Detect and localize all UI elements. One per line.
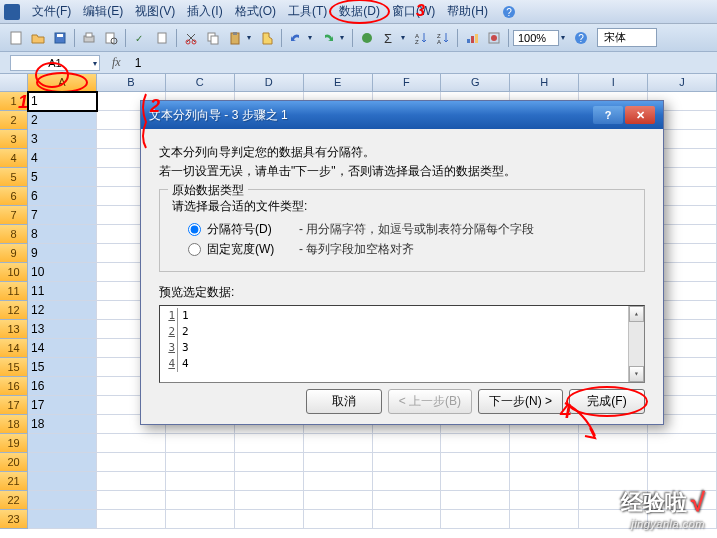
column-header-d[interactable]: D (235, 74, 304, 91)
cell[interactable]: 13 (28, 320, 97, 339)
print-icon[interactable] (79, 28, 99, 48)
cell[interactable] (579, 453, 648, 472)
cell[interactable]: 10 (28, 263, 97, 282)
select-all-corner[interactable] (0, 74, 28, 92)
zoom-input[interactable]: 100% (513, 30, 559, 46)
menu-tools[interactable]: 工具(T) (282, 1, 333, 22)
row-header[interactable]: 8 (0, 225, 28, 244)
cell[interactable]: 11 (28, 282, 97, 301)
column-header-e[interactable]: E (304, 74, 373, 91)
row-header[interactable]: 5 (0, 168, 28, 187)
dropdown-arrow-icon[interactable]: ▾ (308, 33, 316, 42)
cell[interactable] (510, 453, 579, 472)
radio-fixed-width[interactable]: 固定宽度(W) - 每列字段加空格对齐 (188, 241, 632, 258)
radio-delimited-input[interactable] (188, 223, 201, 236)
fx-icon[interactable]: fx (106, 55, 127, 70)
cell[interactable] (304, 472, 373, 491)
cell[interactable] (235, 434, 304, 453)
row-header[interactable]: 6 (0, 187, 28, 206)
row-header[interactable]: 2 (0, 111, 28, 130)
row-header[interactable]: 22 (0, 491, 28, 510)
row-header[interactable]: 14 (0, 339, 28, 358)
hyperlink-icon[interactable] (357, 28, 377, 48)
dropdown-arrow-icon[interactable]: ▾ (401, 33, 409, 42)
row-header[interactable]: 4 (0, 149, 28, 168)
cell[interactable] (373, 491, 442, 510)
name-box[interactable]: A1 ▾ (10, 55, 100, 71)
cell[interactable] (441, 472, 510, 491)
scroll-down-icon[interactable]: ▾ (629, 366, 644, 382)
cell[interactable] (304, 491, 373, 510)
row-header[interactable]: 16 (0, 377, 28, 396)
cell[interactable] (510, 510, 579, 529)
cell[interactable] (97, 434, 166, 453)
cell[interactable] (373, 510, 442, 529)
dropdown-arrow-icon[interactable]: ▾ (340, 33, 348, 42)
save-icon[interactable] (50, 28, 70, 48)
cell[interactable] (166, 491, 235, 510)
column-header-f[interactable]: F (373, 74, 442, 91)
cell[interactable]: 5 (28, 168, 97, 187)
dialog-help-button[interactable]: ? (593, 106, 623, 124)
column-header-a[interactable]: A (28, 74, 97, 91)
cell[interactable] (373, 434, 442, 453)
sort-asc-icon[interactable]: AZ (411, 28, 431, 48)
cell[interactable] (97, 472, 166, 491)
format-painter-icon[interactable] (257, 28, 277, 48)
cell[interactable] (510, 491, 579, 510)
column-header-g[interactable]: G (441, 74, 510, 91)
cell[interactable] (235, 491, 304, 510)
copy-icon[interactable] (203, 28, 223, 48)
research-icon[interactable] (152, 28, 172, 48)
scroll-up-icon[interactable]: ▴ (629, 306, 644, 322)
cancel-button[interactable]: 取消 (306, 389, 382, 414)
help-icon[interactable]: ? (502, 5, 516, 19)
dialog-close-button[interactable]: ✕ (625, 106, 655, 124)
cell[interactable] (441, 510, 510, 529)
cell[interactable] (28, 453, 97, 472)
row-header[interactable]: 3 (0, 130, 28, 149)
cell[interactable] (28, 434, 97, 453)
column-header-h[interactable]: H (510, 74, 579, 91)
dropdown-arrow-icon[interactable]: ▾ (93, 59, 97, 68)
cell[interactable] (166, 472, 235, 491)
cell[interactable]: 4 (28, 149, 97, 168)
cell[interactable]: 6 (28, 187, 97, 206)
cell[interactable]: 8 (28, 225, 97, 244)
cell[interactable]: 9 (28, 244, 97, 263)
row-header[interactable]: 13 (0, 320, 28, 339)
new-icon[interactable] (6, 28, 26, 48)
cell[interactable] (166, 510, 235, 529)
cell[interactable] (235, 472, 304, 491)
cell[interactable] (97, 491, 166, 510)
cell[interactable]: 17 (28, 396, 97, 415)
cell[interactable] (304, 434, 373, 453)
cell[interactable]: 14 (28, 339, 97, 358)
radio-delimited[interactable]: 分隔符号(D) - 用分隔字符，如逗号或制表符分隔每个字段 (188, 221, 632, 238)
row-header[interactable]: 19 (0, 434, 28, 453)
cell[interactable]: 12 (28, 301, 97, 320)
cell[interactable]: 2 (28, 111, 97, 130)
row-header[interactable]: 23 (0, 510, 28, 529)
chart-icon[interactable] (462, 28, 482, 48)
row-header[interactable]: 1 (0, 92, 28, 111)
menu-view[interactable]: 视图(V) (129, 1, 181, 22)
cell[interactable]: 18 (28, 415, 97, 434)
row-header[interactable]: 20 (0, 453, 28, 472)
menu-edit[interactable]: 编辑(E) (77, 1, 129, 22)
font-selector[interactable]: 宋体 (597, 28, 657, 47)
cell[interactable] (235, 510, 304, 529)
open-icon[interactable] (28, 28, 48, 48)
drawing-icon[interactable] (484, 28, 504, 48)
redo-icon[interactable] (318, 28, 338, 48)
finish-button[interactable]: 完成(F) (569, 389, 645, 414)
spell-icon[interactable]: ✓ (130, 28, 150, 48)
cell[interactable]: 16 (28, 377, 97, 396)
cell[interactable] (441, 491, 510, 510)
preview-scrollbar[interactable]: ▴ ▾ (628, 306, 644, 382)
paste-icon[interactable] (225, 28, 245, 48)
row-header[interactable]: 11 (0, 282, 28, 301)
cell[interactable] (373, 453, 442, 472)
cell[interactable] (648, 434, 717, 453)
row-header[interactable]: 21 (0, 472, 28, 491)
